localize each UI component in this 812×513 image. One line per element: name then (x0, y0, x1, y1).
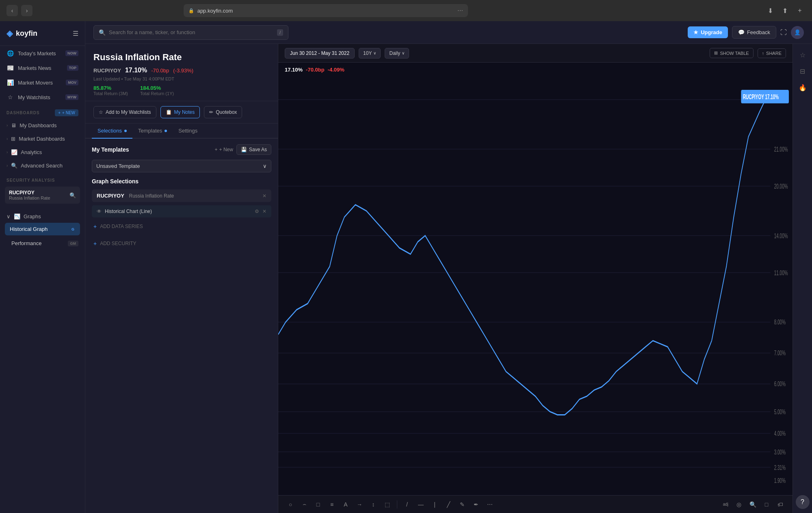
add-data-series-row[interactable]: + ADD DATA SERIES (92, 220, 271, 233)
period-button[interactable]: 10Y ∨ (359, 48, 381, 59)
quotebox-button[interactable]: ✏ Quotebox (204, 106, 242, 118)
browser-share-button[interactable]: ⬆ (780, 5, 791, 16)
sidebar-item-advanced-search[interactable]: › 🔍 Advanced Search (0, 159, 85, 172)
upgrade-button[interactable]: ★ Upgrade (688, 26, 728, 38)
date-range-button[interactable]: Jun 30 2012 - May 31 2022 (285, 48, 355, 59)
sidebar-item-performance[interactable]: Performance GM (6, 237, 78, 250)
address-bar[interactable]: 🔒 app.koyfin.com ⋯ (184, 4, 468, 17)
tool-trend-button[interactable]: ╱ (443, 499, 454, 510)
right-sidebar-watchlist-button[interactable]: ☆ (796, 48, 810, 62)
sidebar-item-market-movers[interactable]: 📊 Market Movers MOV (0, 75, 85, 90)
sidebar-item-market-dashboards[interactable]: › ⊞ Market Dashboards (0, 132, 85, 146)
tool-horizontal-button[interactable]: — (415, 499, 427, 510)
tool-crosshair-button[interactable]: ◎ (733, 499, 745, 510)
search-icon-sidebar: 🔍 (11, 163, 17, 169)
period-chevron-icon: ∨ (373, 51, 376, 55)
share-icon: ↑ (762, 51, 764, 56)
sidebar-item-my-dashboards[interactable]: › 🖥 My Dashboards (0, 119, 85, 132)
template-dropdown[interactable]: Unsaved Template ∨ (92, 160, 271, 172)
new-dashboard-button[interactable]: + + NEW (55, 109, 78, 116)
tool-compare-button[interactable]: □ (761, 499, 772, 510)
hamburger-menu-icon[interactable]: ☰ (73, 30, 78, 37)
series-close-button[interactable]: ✕ (262, 209, 266, 214)
sidebar-item-analytics[interactable]: › 📈 Analytics (0, 146, 85, 159)
security-row-close-button[interactable]: ✕ (262, 193, 266, 199)
tab-settings[interactable]: Settings (173, 124, 203, 139)
tool-arrow-button[interactable]: → (354, 499, 365, 510)
series-gear-button[interactable]: ⚙ (255, 209, 259, 214)
tool-measure-button[interactable]: ⬚ (381, 499, 393, 510)
right-sidebar-help-button[interactable]: ? (796, 495, 810, 509)
sidebar-item-historical-graph[interactable]: Historical Graph G (5, 223, 80, 235)
current-security-item[interactable]: RUCPIYOY Russia Inflation Rate 🔍 (5, 187, 80, 204)
svg-text:7.00%: 7.00% (774, 350, 786, 357)
save-as-button[interactable]: 💾 Save As (236, 144, 271, 155)
tool-tag-button[interactable]: 🏷 (775, 499, 786, 510)
sidebar-logo-section: ◈ koyfin ☰ (0, 21, 85, 46)
graphs-header[interactable]: ∨ 📉 Graphs (6, 210, 78, 223)
interval-button[interactable]: Daily ∨ (385, 48, 409, 59)
period-label: 10Y (363, 50, 372, 56)
sidebar-item-my-watchlists[interactable]: ☆ My Watchlists MYW (0, 90, 85, 104)
browser-forward-button[interactable]: › (21, 5, 32, 16)
user-icon: 👤 (794, 29, 801, 35)
tool-vertical-button[interactable]: | (429, 499, 440, 510)
tool-rect-button[interactable]: □ (312, 499, 324, 510)
notes-icon: 📋 (166, 109, 172, 115)
browser-back-button[interactable]: ‹ (6, 5, 18, 16)
share-label: SHARE (766, 51, 782, 56)
my-dashboards-label: My Dashboards (19, 122, 56, 128)
tool-circle-button[interactable]: ○ (285, 499, 296, 510)
tool-more-button[interactable]: ⋯ (484, 499, 496, 510)
globe-icon: 🌐 (6, 50, 14, 57)
star-outline-icon: ☆ (99, 109, 103, 115)
add-to-watchlist-button[interactable]: ☆ Add to My Watchlists (93, 106, 156, 118)
tool-price-range-button[interactable]: ↕ (368, 499, 379, 510)
browser-download-button[interactable]: ⬇ (765, 5, 776, 16)
share-button[interactable]: ↑ SHARE (758, 48, 786, 58)
security-ticker: RUCPIYOY (9, 190, 50, 196)
right-sidebar-fire-button[interactable]: 🔥 (796, 80, 810, 94)
tool-diagonal-button[interactable]: / (401, 499, 413, 510)
add-security-row[interactable]: + ADD SECURITY (92, 237, 271, 250)
return-3m: 85.87% Total Return (3M) (93, 85, 128, 96)
tool-lines-button[interactable]: ≡ (326, 499, 338, 510)
security-meta-row: RUCPIYOY 17.10% -70.0bp (-3.93%) (93, 67, 270, 74)
tool-adj-button[interactable]: adj (721, 499, 731, 510)
side-panel: Russia Inflation Rate RUCPIYOY 17.10% -7… (85, 44, 278, 513)
tool-zoom-button[interactable]: 🔍 (747, 499, 758, 510)
site-icon: 🔒 (188, 8, 194, 13)
user-avatar[interactable]: 👤 (791, 26, 804, 39)
tab-selections[interactable]: Selections (92, 124, 132, 139)
search-magnifier-icon: 🔍 (99, 29, 106, 36)
plus-new-icon: + (215, 147, 218, 152)
svg-text:4.00%: 4.00% (774, 430, 786, 437)
sidebar-item-todays-markets[interactable]: 🌐 Today's Markets NOW (0, 46, 85, 61)
return-3m-label: Total Return (3M) (93, 91, 128, 96)
fullscreen-button[interactable]: ⛶ (780, 29, 787, 36)
tool-text-button[interactable]: A (340, 499, 351, 510)
news-icon: 📰 (6, 65, 14, 71)
new-template-button[interactable]: + + New (215, 144, 233, 155)
my-notes-button[interactable]: 📋 My Notes (160, 106, 200, 118)
tool-pen-button[interactable]: ✒ (470, 499, 482, 510)
nav-badge-now: NOW (65, 50, 78, 56)
sidebar-item-markets-news[interactable]: 📰 Markets News TOP (0, 61, 85, 75)
price-change-bp: -70.0bp (151, 67, 169, 74)
tool-arc-button[interactable]: ⌢ (299, 499, 310, 510)
action-buttons-row: ☆ Add to My Watchlists 📋 My Notes ✏ Quot… (85, 101, 278, 124)
search-input[interactable] (109, 29, 274, 35)
tool-pencil-button[interactable]: ✎ (457, 499, 468, 510)
security-search-icon[interactable]: 🔍 (69, 192, 76, 198)
chart-toolbar-right: ⊞ SHOW TABLE ↑ SHARE (710, 48, 786, 58)
logo: ◈ koyfin (6, 28, 37, 38)
right-sidebar-table-button[interactable]: ⊟ (796, 64, 810, 78)
main-area: 🔍 / ★ Upgrade 💬 Feedback ⛶ 👤 (85, 21, 812, 513)
nav-badge-mov: MOV (66, 80, 78, 85)
browser-new-tab-button[interactable]: + (794, 5, 806, 16)
tab-templates[interactable]: Templates (132, 124, 173, 139)
feedback-button[interactable]: 💬 Feedback (732, 26, 776, 39)
show-table-button[interactable]: ⊞ SHOW TABLE (710, 48, 753, 58)
search-container[interactable]: 🔍 / (93, 25, 288, 40)
show-table-label: SHOW TABLE (720, 51, 749, 56)
